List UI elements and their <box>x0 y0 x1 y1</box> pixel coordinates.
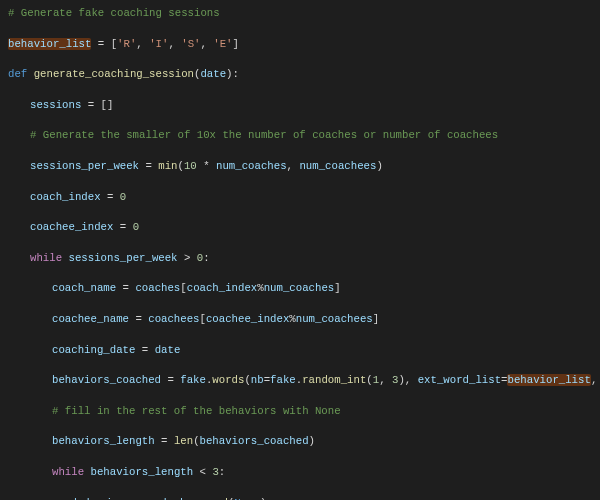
comment: # Generate fake coaching sessions <box>8 7 220 19</box>
comment: # Generate the smaller of 10x the number… <box>30 129 498 141</box>
code-editor[interactable]: # Generate fake coaching sessions behavi… <box>0 0 600 500</box>
kw-def: def <box>8 68 27 80</box>
comment: # fill in the rest of the behaviors with… <box>52 405 341 417</box>
var-behavior-list-ref: behavior_list <box>507 374 590 386</box>
var-behavior-list: behavior_list <box>8 38 91 50</box>
fn-name: generate_coaching_session <box>34 68 194 80</box>
